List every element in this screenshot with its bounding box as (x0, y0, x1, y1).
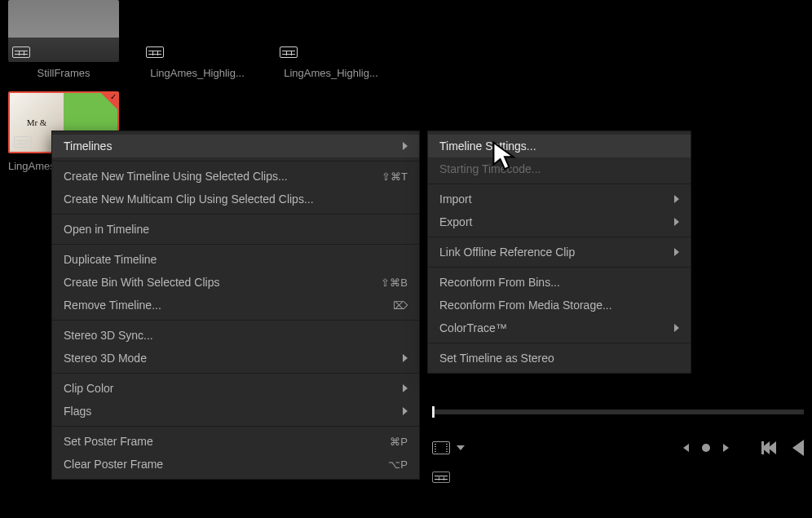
timeline-badge-icon (12, 46, 30, 58)
menu-separator (52, 373, 419, 374)
timeline-view-icon[interactable] (432, 472, 450, 485)
clip-label: StillFrames (37, 67, 90, 79)
menu-shortcut: ⌥P (388, 458, 408, 471)
menu-item[interactable]: Export (428, 210, 691, 233)
menu-item[interactable]: Import (428, 188, 691, 210)
menu-separator (52, 161, 419, 162)
menu-item-label: Duplicate Timeline (64, 253, 408, 266)
menu-item[interactable]: Clip Color (52, 377, 419, 400)
menu-item[interactable]: Reconform From Media Storage... (428, 294, 691, 317)
menu-item-label: Import (439, 193, 666, 206)
playhead-icon[interactable] (432, 406, 435, 418)
menu-separator (428, 343, 691, 343)
menu-item[interactable]: Timelines (52, 135, 419, 157)
go-to-start-button[interactable] (761, 441, 776, 454)
media-clip[interactable]: StillFrames (8, 0, 119, 79)
menu-item-label: Clear Poster Frame (64, 458, 377, 471)
media-clip[interactable]: LingAmes_Highlig... (276, 0, 386, 79)
menu-item-label: Link Offline Reference Clip (439, 246, 666, 259)
menu-item-label: Export (439, 215, 666, 228)
chevron-right-icon (403, 354, 408, 362)
media-clip[interactable]: LingAmes_Highlig... (142, 0, 253, 79)
menu-item[interactable]: Stereo 3D Sync... (52, 324, 419, 347)
transport-controls (761, 440, 804, 456)
menu-separator (52, 244, 419, 245)
add-marker-button[interactable] (702, 444, 710, 452)
menu-item-label: Stereo 3D Sync... (64, 329, 408, 342)
menu-item[interactable]: Open in Timeline (52, 218, 419, 241)
context-submenu: Timeline Settings...Starting Timecode...… (427, 131, 691, 374)
menu-item-label: Flags (64, 405, 395, 418)
display-mode-button[interactable] (432, 441, 465, 454)
checked-corner-icon (100, 92, 118, 110)
menu-item[interactable]: Create Bin With Selected Clips⇧⌘B (52, 271, 419, 294)
clip-thumbnail (8, 0, 119, 62)
menu-item[interactable]: Create New Multicam Clip Using Selected … (52, 188, 419, 210)
menu-item[interactable]: Stereo 3D Mode (52, 347, 419, 370)
menu-item-label: Open in Timeline (64, 223, 408, 236)
menu-item[interactable]: Set Timeline as Stereo (428, 347, 691, 370)
media-pool-row: StillFrames LingAmes_Highlig... LingAmes… (0, 0, 395, 79)
menu-separator (52, 320, 419, 321)
menu-separator (428, 237, 691, 237)
menu-item-label: Stereo 3D Mode (64, 352, 395, 365)
menu-separator (428, 267, 691, 268)
chevron-down-icon (457, 445, 465, 450)
clip-label: LingAmes_Highlig... (284, 67, 378, 79)
chevron-right-icon (403, 407, 408, 415)
chevron-right-icon (674, 324, 679, 332)
menu-item[interactable]: Flags (52, 400, 419, 423)
menu-shortcut: ⇧⌘B (381, 277, 408, 289)
menu-item[interactable]: Remove Timeline...⌦ (52, 294, 419, 317)
chevron-right-icon (674, 195, 679, 203)
menu-item[interactable]: Link Offline Reference Clip (428, 241, 691, 263)
menu-item-label: Reconform From Bins... (439, 276, 679, 289)
next-marker-button[interactable] (723, 444, 729, 452)
chevron-right-icon (674, 218, 679, 226)
clip-thumbnail (276, 0, 386, 62)
marker-nav (683, 444, 729, 452)
chevron-right-icon (403, 384, 408, 392)
menu-item-label: Create Bin With Selected Clips (64, 276, 369, 289)
timeline-badge-icon (14, 136, 32, 148)
prev-marker-button[interactable] (683, 444, 689, 452)
menu-item[interactable]: Duplicate Timeline (52, 248, 419, 271)
menu-item[interactable]: Timeline Settings... (428, 135, 691, 157)
chevron-right-icon (674, 248, 679, 256)
menu-item-label: ColorTrace™ (439, 321, 666, 334)
menu-separator (428, 184, 691, 184)
chevron-right-icon (403, 142, 408, 150)
menu-shortcut: ⌘P (390, 436, 408, 448)
context-menu: TimelinesCreate New Timeline Using Selec… (51, 131, 420, 480)
menu-item[interactable]: Reconform From Bins... (428, 271, 691, 294)
menu-item-label: Create New Multicam Clip Using Selected … (64, 193, 408, 206)
menu-item-label: Set Poster Frame (64, 435, 378, 448)
menu-item[interactable]: Set Poster Frame⌘P (52, 430, 419, 453)
film-frame-icon (432, 441, 450, 454)
menu-item-label: Timelines (64, 139, 395, 153)
menu-item[interactable]: ColorTrace™ (428, 317, 691, 339)
clip-label: LingAmes_Highlig... (150, 67, 245, 79)
menu-separator (52, 214, 419, 215)
menu-item[interactable]: Create New Timeline Using Selected Clips… (52, 165, 419, 188)
clip-thumbnail (142, 0, 253, 62)
menu-item-label: Remove Timeline... (64, 299, 382, 312)
menu-item-label: Clip Color (64, 382, 395, 395)
menu-item-label: Starting Timecode... (439, 162, 679, 175)
menu-item: Starting Timecode... (428, 157, 691, 180)
menu-separator (52, 426, 419, 427)
menu-item-label: Create New Timeline Using Selected Clips… (64, 170, 370, 183)
timeline-badge-icon (146, 46, 164, 58)
viewer-timeline-track[interactable] (432, 410, 804, 414)
play-reverse-button[interactable] (792, 440, 804, 456)
menu-item[interactable]: Clear Poster Frame⌥P (52, 453, 419, 476)
menu-shortcut: ⇧⌘T (382, 170, 408, 183)
viewer-toolbar (430, 390, 812, 518)
timeline-badge-icon (280, 46, 298, 58)
menu-item-label: Set Timeline as Stereo (439, 352, 679, 365)
menu-item-label: Timeline Settings... (439, 139, 679, 153)
menu-shortcut: ⌦ (393, 299, 408, 312)
menu-item-label: Reconform From Media Storage... (439, 299, 679, 312)
